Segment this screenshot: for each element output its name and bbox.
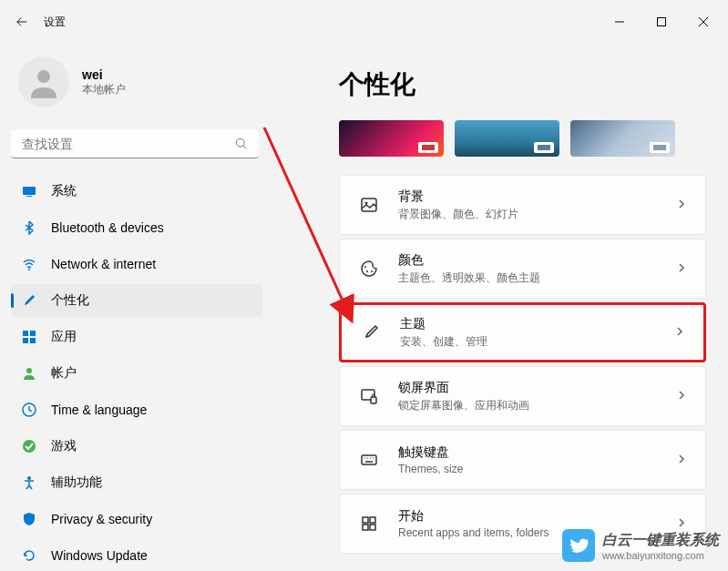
setting-desc: 背景图像、颜色、幻灯片 — [398, 207, 676, 222]
username: wei — [82, 67, 126, 82]
titlebar: 设置 — [0, 0, 728, 44]
time-icon — [22, 403, 36, 417]
svg-rect-32 — [370, 517, 375, 523]
setting-lockscreen[interactable]: 锁屏界面 锁定屏幕图像、应用和动画 — [339, 366, 706, 426]
window-controls — [599, 7, 724, 36]
nav-item-accessibility[interactable]: 辅助功能 — [11, 466, 262, 499]
nav-item-network[interactable]: Network & internet — [11, 248, 262, 280]
maximize-button[interactable] — [641, 7, 682, 36]
settings-list: 背景 背景图像、颜色、幻灯片 颜色 主题色、透明效果、颜色主题 主题 安 — [339, 175, 706, 554]
lockscreen-icon — [358, 385, 380, 407]
nav-item-system[interactable]: 系统 — [11, 175, 262, 208]
avatar — [18, 56, 69, 107]
nav-item-account[interactable]: 帐户 — [11, 357, 262, 390]
svg-point-20 — [364, 266, 366, 268]
setting-background[interactable]: 背景 背景图像、颜色、幻灯片 — [339, 175, 706, 235]
sidebar: wei 本地帐户 系统 Bluetooth & devices Network … — [0, 44, 273, 571]
chevron-right-icon — [676, 452, 687, 468]
nav-item-privacy[interactable]: Privacy & security — [11, 503, 262, 535]
account-icon — [22, 366, 36, 381]
arrow-left-icon — [15, 15, 28, 28]
account-type: 本地帐户 — [82, 82, 126, 97]
svg-rect-13 — [30, 338, 36, 343]
svg-rect-25 — [362, 455, 376, 464]
watermark-title: 白云一键重装系统 — [602, 531, 719, 550]
theme-thumb[interactable] — [339, 120, 444, 157]
svg-point-4 — [37, 70, 50, 83]
nav-item-bluetooth[interactable]: Bluetooth & devices — [11, 211, 262, 244]
chevron-right-icon — [676, 197, 687, 213]
svg-rect-31 — [363, 517, 368, 523]
gaming-icon — [22, 439, 36, 454]
user-info: wei 本地帐户 — [82, 67, 126, 97]
nav-label: Bluetooth & devices — [51, 220, 164, 235]
svg-rect-11 — [30, 331, 36, 336]
close-icon — [699, 17, 708, 26]
close-button[interactable] — [682, 7, 724, 36]
nav-item-personalize[interactable]: 个性化 — [11, 284, 262, 317]
setting-colors[interactable]: 颜色 主题色、透明效果、颜色主题 — [339, 239, 706, 299]
colors-icon — [358, 258, 380, 280]
svg-rect-8 — [26, 196, 32, 197]
svg-rect-7 — [23, 187, 36, 195]
svg-point-17 — [27, 476, 31, 480]
search-input[interactable] — [22, 137, 235, 151]
nav-label: 系统 — [51, 183, 77, 199]
theme-thumb[interactable] — [570, 120, 675, 157]
theme-thumbnails — [339, 120, 706, 157]
nav-label: 游戏 — [51, 438, 77, 454]
svg-point-16 — [23, 440, 36, 453]
nav-label: Time & language — [51, 403, 147, 417]
nav-label: 辅助功能 — [51, 474, 102, 491]
keyboard-icon — [358, 449, 380, 471]
theme-thumb[interactable] — [455, 120, 559, 157]
setting-title: 触摸键盘 — [398, 444, 676, 461]
personalize-icon — [22, 293, 36, 308]
search-icon — [235, 138, 248, 150]
setting-keyboard[interactable]: 触摸键盘 Themes, size — [339, 430, 706, 490]
nav-label: Privacy & security — [51, 512, 152, 526]
user-section[interactable]: wei 本地帐户 — [11, 44, 262, 129]
svg-point-14 — [26, 368, 32, 373]
svg-point-22 — [371, 270, 373, 272]
setting-title: 背景 — [398, 189, 676, 205]
themes-icon — [360, 321, 382, 343]
svg-rect-10 — [23, 331, 28, 336]
svg-rect-33 — [363, 525, 368, 530]
network-icon — [22, 257, 36, 271]
setting-title: 锁屏界面 — [398, 380, 676, 396]
nav-label: 个性化 — [51, 292, 89, 309]
search-box[interactable] — [11, 129, 259, 158]
nav-label: 帐户 — [51, 365, 77, 382]
chevron-right-icon — [676, 388, 687, 404]
svg-point-9 — [28, 269, 30, 270]
watermark-url: www.baiyunxitong.com — [602, 550, 719, 561]
svg-rect-34 — [370, 525, 375, 530]
window-title: 设置 — [44, 15, 66, 30]
chevron-right-icon — [674, 324, 685, 341]
back-button[interactable] — [4, 4, 40, 40]
chevron-right-icon — [676, 260, 687, 277]
watermark-icon — [562, 529, 595, 562]
apps-icon — [22, 330, 36, 344]
user-icon — [26, 64, 62, 100]
nav-item-update[interactable]: Windows Update — [11, 539, 262, 571]
svg-point-19 — [365, 202, 368, 205]
nav-item-apps[interactable]: 应用 — [11, 321, 262, 353]
main-content: 个性化 背景 背景图像、颜色、幻灯片 颜色 主题色、透明效果、颜 — [273, 44, 728, 571]
system-icon — [22, 184, 36, 199]
start-icon — [358, 513, 380, 535]
setting-themes[interactable]: 主题 安装、创建、管理 — [339, 302, 706, 362]
setting-title: 颜色 — [398, 252, 676, 269]
minimize-icon — [615, 17, 624, 26]
nav-item-gaming[interactable]: 游戏 — [11, 430, 262, 463]
setting-desc: 锁定屏幕图像、应用和动画 — [398, 398, 676, 413]
maximize-icon — [657, 17, 666, 26]
svg-line-6 — [243, 145, 247, 148]
setting-title: 开始 — [398, 508, 676, 525]
svg-rect-12 — [23, 338, 28, 343]
watermark: 白云一键重装系统 www.baiyunxitong.com — [562, 529, 719, 562]
setting-desc: Themes, size — [398, 463, 676, 475]
minimize-button[interactable] — [599, 7, 641, 36]
nav-item-time[interactable]: Time & language — [11, 393, 262, 426]
